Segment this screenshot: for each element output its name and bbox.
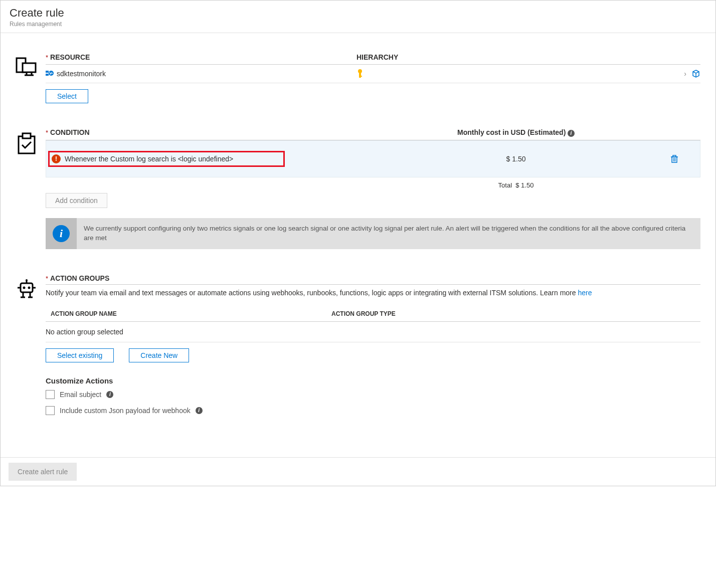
create-alert-rule-button[interactable]: Create alert rule [9,463,77,481]
chevron-right-icon: › [684,70,686,78]
condition-text: Whenever the Custom log search is <logic… [65,155,233,163]
info-text: We currently support configuring only tw… [77,219,700,248]
select-existing-button[interactable]: Select existing [46,348,114,362]
email-subject-label: Email subject [60,390,101,399]
condition-row[interactable]: ! Whenever the Custom log search is <log… [46,140,700,177]
create-new-button[interactable]: Create New [129,348,189,362]
robot-icon [16,274,46,422]
svg-rect-21 [21,283,33,292]
email-subject-checkbox[interactable] [46,390,55,399]
col-action-group-type: ACTION GROUP TYPE [331,310,396,317]
svg-point-23 [28,286,31,289]
hierarchy-label: HIERARCHY [356,53,398,61]
svg-rect-9 [359,73,361,78]
action-groups-label: ACTION GROUPS [50,274,109,282]
resource-label: RESOURCE [50,53,90,61]
clipboard-check-icon [16,128,46,249]
alert-icon: ! [52,154,61,163]
page-subtitle: Rules management [10,21,706,28]
include-json-label: Include custom Json payload for webhook [60,407,191,415]
condition-label: CONDITION [50,128,90,136]
svg-rect-1 [23,63,36,72]
action-groups-desc: Notify your team via email and text mess… [46,288,700,298]
page-header: Create rule Rules management [1,1,715,33]
svg-point-22 [23,286,26,289]
delete-icon[interactable] [671,146,696,171]
total-value: $ 1.50 [515,181,533,189]
condition-cost: $ 1.50 [361,155,671,163]
svg-rect-12 [23,133,31,138]
resource-type-icon [46,70,54,78]
condition-section: *CONDITION Monthly cost in USD (Estimate… [16,128,710,249]
svg-rect-10 [359,76,362,77]
info-box: i We currently support configuring only … [46,218,700,249]
highlighted-condition: ! Whenever the Custom log search is <log… [48,151,285,167]
total-label: Total [498,181,512,189]
resource-name: sdktestmonitork [57,70,106,78]
info-icon[interactable]: i [106,391,113,398]
info-icon[interactable]: i [568,130,575,137]
action-groups-section: *ACTION GROUPS Notify your team via emai… [16,274,710,422]
info-circle-icon: i [53,225,70,242]
svg-point-8 [358,69,362,73]
page-title: Create rule [10,7,706,20]
svg-rect-6 [46,74,49,76]
learn-more-link[interactable]: here [578,289,592,297]
customize-actions-title: Customize Actions [46,376,700,385]
svg-rect-15 [673,155,676,157]
include-json-checkbox[interactable] [46,406,55,415]
cube-icon [691,69,700,78]
action-group-empty: No action group selected [46,322,700,342]
resource-section: *RESOURCE HIERARCHY sdktestmonitork › [16,53,710,103]
col-action-group-name: ACTION GROUP NAME [46,310,331,317]
svg-rect-5 [46,71,49,73]
add-condition-button: Add condition [46,193,107,208]
select-resource-button[interactable]: Select [46,89,88,103]
info-icon[interactable]: i [196,407,203,414]
key-icon [356,69,364,79]
resource-row[interactable]: sdktestmonitork › [46,65,700,83]
monitor-device-icon [16,53,46,103]
cost-label: Monthly cost in USD (Estimated) [457,128,566,136]
page-footer: Create alert rule [1,457,715,486]
